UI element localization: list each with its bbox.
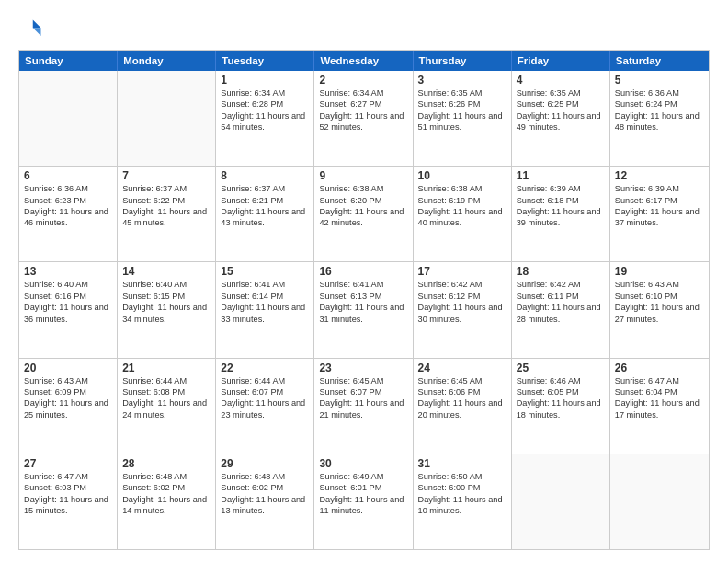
header: [18, 17, 710, 42]
cell-detail-text: Sunrise: 6:38 AM Sunset: 6:20 PM Dayligh…: [319, 183, 407, 229]
cell-detail-text: Sunrise: 6:48 AM Sunset: 6:02 PM Dayligh…: [221, 471, 309, 517]
svg-marker-0: [33, 20, 41, 29]
cell-detail-text: Sunrise: 6:36 AM Sunset: 6:23 PM Dayligh…: [24, 183, 112, 229]
day-number: 26: [615, 362, 704, 374]
calendar-cell: [19, 71, 118, 166]
calendar-cell: 29Sunrise: 6:48 AM Sunset: 6:02 PM Dayli…: [216, 454, 314, 549]
calendar-cell: 3Sunrise: 6:35 AM Sunset: 6:26 PM Daylig…: [414, 71, 512, 166]
cell-detail-text: Sunrise: 6:39 AM Sunset: 6:18 PM Dayligh…: [517, 183, 605, 229]
calendar-cell: 12Sunrise: 6:39 AM Sunset: 6:17 PM Dayli…: [610, 167, 709, 261]
cell-detail-text: Sunrise: 6:39 AM Sunset: 6:17 PM Dayligh…: [615, 183, 704, 229]
calendar-week-row: 6Sunrise: 6:36 AM Sunset: 6:23 PM Daylig…: [19, 167, 709, 262]
cell-detail-text: Sunrise: 6:37 AM Sunset: 6:22 PM Dayligh…: [122, 183, 210, 229]
day-of-week-header: Wednesday: [314, 51, 413, 71]
day-number: 3: [418, 74, 506, 86]
calendar-week-row: 20Sunrise: 6:43 AM Sunset: 6:09 PM Dayli…: [19, 359, 709, 454]
cell-detail-text: Sunrise: 6:40 AM Sunset: 6:16 PM Dayligh…: [24, 279, 112, 325]
day-number: 16: [319, 265, 407, 278]
calendar-cell: 21Sunrise: 6:44 AM Sunset: 6:08 PM Dayli…: [118, 359, 216, 454]
day-number: 21: [122, 362, 210, 374]
day-number: 20: [24, 362, 112, 374]
cell-detail-text: Sunrise: 6:35 AM Sunset: 6:25 PM Dayligh…: [517, 87, 605, 133]
cell-detail-text: Sunrise: 6:41 AM Sunset: 6:14 PM Dayligh…: [221, 279, 309, 325]
day-of-week-header: Monday: [118, 51, 216, 71]
day-number: 12: [615, 169, 704, 182]
day-number: 5: [615, 74, 704, 86]
cell-detail-text: Sunrise: 6:36 AM Sunset: 6:24 PM Dayligh…: [615, 87, 704, 133]
calendar-cell: 6Sunrise: 6:36 AM Sunset: 6:23 PM Daylig…: [19, 167, 118, 261]
calendar-cell: 4Sunrise: 6:35 AM Sunset: 6:25 PM Daylig…: [512, 71, 610, 166]
calendar-week-row: 1Sunrise: 6:34 AM Sunset: 6:28 PM Daylig…: [19, 71, 709, 167]
calendar-cell: [610, 454, 709, 549]
calendar-cell: 1Sunrise: 6:34 AM Sunset: 6:28 PM Daylig…: [216, 71, 314, 166]
logo: [18, 17, 48, 42]
calendar-cell: 11Sunrise: 6:39 AM Sunset: 6:18 PM Dayli…: [512, 167, 610, 261]
cell-detail-text: Sunrise: 6:42 AM Sunset: 6:11 PM Dayligh…: [517, 279, 605, 325]
calendar-cell: 26Sunrise: 6:47 AM Sunset: 6:04 PM Dayli…: [610, 359, 709, 454]
calendar-cell: 8Sunrise: 6:37 AM Sunset: 6:21 PM Daylig…: [216, 167, 314, 261]
calendar-cell: 19Sunrise: 6:43 AM Sunset: 6:10 PM Dayli…: [610, 262, 709, 357]
day-number: 1: [221, 74, 309, 86]
cell-detail-text: Sunrise: 6:43 AM Sunset: 6:10 PM Dayligh…: [615, 279, 704, 325]
day-of-week-header: Thursday: [414, 51, 512, 71]
calendar-cell: 15Sunrise: 6:41 AM Sunset: 6:14 PM Dayli…: [216, 262, 314, 357]
cell-detail-text: Sunrise: 6:35 AM Sunset: 6:26 PM Dayligh…: [418, 87, 506, 133]
calendar-cell: 30Sunrise: 6:49 AM Sunset: 6:01 PM Dayli…: [314, 454, 413, 549]
cell-detail-text: Sunrise: 6:44 AM Sunset: 6:07 PM Dayligh…: [221, 375, 309, 421]
day-number: 22: [221, 362, 309, 374]
day-number: 11: [517, 169, 605, 182]
calendar-cell: 28Sunrise: 6:48 AM Sunset: 6:02 PM Dayli…: [118, 454, 216, 549]
calendar-cell: 24Sunrise: 6:45 AM Sunset: 6:06 PM Dayli…: [414, 359, 512, 454]
calendar-week-row: 27Sunrise: 6:47 AM Sunset: 6:03 PM Dayli…: [19, 454, 709, 549]
calendar-cell: 23Sunrise: 6:45 AM Sunset: 6:07 PM Dayli…: [314, 359, 413, 454]
cell-detail-text: Sunrise: 6:34 AM Sunset: 6:28 PM Dayligh…: [221, 87, 309, 133]
logo-icon: [18, 17, 44, 42]
day-of-week-header: Sunday: [19, 51, 118, 71]
calendar-cell: 31Sunrise: 6:50 AM Sunset: 6:00 PM Dayli…: [414, 454, 512, 549]
calendar-cell: 17Sunrise: 6:42 AM Sunset: 6:12 PM Dayli…: [414, 262, 512, 357]
day-number: 23: [319, 362, 407, 374]
cell-detail-text: Sunrise: 6:34 AM Sunset: 6:27 PM Dayligh…: [319, 87, 407, 133]
cell-detail-text: Sunrise: 6:42 AM Sunset: 6:12 PM Dayligh…: [418, 279, 506, 325]
day-number: 18: [517, 265, 605, 278]
calendar-cell: [512, 454, 610, 549]
day-number: 27: [24, 457, 112, 470]
calendar-cell: 7Sunrise: 6:37 AM Sunset: 6:22 PM Daylig…: [118, 167, 216, 261]
calendar-cell: 20Sunrise: 6:43 AM Sunset: 6:09 PM Dayli…: [19, 359, 118, 454]
day-number: 9: [319, 169, 407, 182]
cell-detail-text: Sunrise: 6:46 AM Sunset: 6:05 PM Dayligh…: [517, 375, 605, 421]
cell-detail-text: Sunrise: 6:48 AM Sunset: 6:02 PM Dayligh…: [122, 471, 210, 517]
day-number: 13: [24, 265, 112, 278]
day-number: 29: [221, 457, 309, 470]
cell-detail-text: Sunrise: 6:47 AM Sunset: 6:04 PM Dayligh…: [615, 375, 704, 421]
day-of-week-header: Tuesday: [216, 51, 314, 71]
day-number: 4: [517, 74, 605, 86]
calendar-cell: 22Sunrise: 6:44 AM Sunset: 6:07 PM Dayli…: [216, 359, 314, 454]
cell-detail-text: Sunrise: 6:50 AM Sunset: 6:00 PM Dayligh…: [418, 471, 506, 517]
day-number: 8: [221, 169, 309, 182]
calendar: SundayMondayTuesdayWednesdayThursdayFrid…: [18, 50, 710, 550]
calendar-cell: [118, 71, 216, 166]
day-number: 25: [517, 362, 605, 374]
day-number: 30: [319, 457, 407, 470]
day-number: 2: [319, 74, 407, 86]
calendar-body: 1Sunrise: 6:34 AM Sunset: 6:28 PM Daylig…: [19, 71, 709, 549]
cell-detail-text: Sunrise: 6:45 AM Sunset: 6:06 PM Dayligh…: [418, 375, 506, 421]
cell-detail-text: Sunrise: 6:37 AM Sunset: 6:21 PM Dayligh…: [221, 183, 309, 229]
calendar-cell: 2Sunrise: 6:34 AM Sunset: 6:27 PM Daylig…: [314, 71, 413, 166]
day-number: 24: [418, 362, 506, 374]
cell-detail-text: Sunrise: 6:44 AM Sunset: 6:08 PM Dayligh…: [122, 375, 210, 421]
svg-marker-1: [33, 28, 41, 36]
calendar-cell: 14Sunrise: 6:40 AM Sunset: 6:15 PM Dayli…: [118, 262, 216, 357]
day-of-week-header: Friday: [512, 51, 610, 71]
calendar-cell: 16Sunrise: 6:41 AM Sunset: 6:13 PM Dayli…: [314, 262, 413, 357]
day-number: 17: [418, 265, 506, 278]
day-number: 15: [221, 265, 309, 278]
calendar-cell: 25Sunrise: 6:46 AM Sunset: 6:05 PM Dayli…: [512, 359, 610, 454]
page: SundayMondayTuesdayWednesdayThursdayFrid…: [0, 0, 728, 563]
calendar-week-row: 13Sunrise: 6:40 AM Sunset: 6:16 PM Dayli…: [19, 262, 709, 358]
day-of-week-header: Saturday: [610, 51, 709, 71]
cell-detail-text: Sunrise: 6:45 AM Sunset: 6:07 PM Dayligh…: [319, 375, 407, 421]
cell-detail-text: Sunrise: 6:38 AM Sunset: 6:19 PM Dayligh…: [418, 183, 506, 229]
day-number: 7: [122, 169, 210, 182]
